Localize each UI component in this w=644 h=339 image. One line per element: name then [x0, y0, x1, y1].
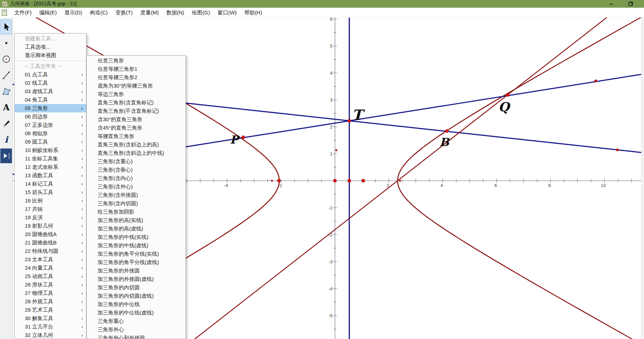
tool-folder-item[interactable]: 14 标记工具 › [15, 180, 86, 188]
triangle-tool-item[interactable]: 任意三角形 [87, 56, 186, 65]
menubar-item[interactable]: 度量(M) [136, 8, 163, 18]
custom-tool[interactable] [0, 148, 12, 163]
tool-menu-action[interactable]: 工具选项... [15, 43, 86, 51]
triangle-tool-item[interactable]: 任意等腰三角形1 [87, 65, 186, 73]
tool-folder-item[interactable]: 25 动画工具 › [15, 272, 86, 281]
point[interactable] [506, 93, 509, 96]
triangle-tool-item[interactable]: 三角形(含外接圆) [87, 191, 186, 199]
triangle-tool-item[interactable]: 给三角形加阴影 [87, 208, 186, 216]
tool-folder-item[interactable]: 15 箭头工具 › [15, 188, 86, 196]
tool-folder-item[interactable]: 12 老式坐标系 › [15, 163, 86, 171]
tool-folder-item[interactable]: 16 比例 › [15, 196, 86, 205]
menubar-item[interactable]: 帮助(H) [240, 8, 266, 18]
triangle-tool-item[interactable]: 加三角形的中线(虚线) [87, 241, 186, 250]
tool-folder-item[interactable]: 31 立几平台 › [15, 323, 86, 331]
minimize-button[interactable] [604, 0, 618, 8]
tool-folder-item[interactable]: 20 圆锥曲线A › [15, 230, 86, 238]
straightedge-tool[interactable] [0, 68, 12, 83]
point[interactable] [399, 180, 401, 182]
tool-folder-item[interactable]: 24 向量工具 › [15, 264, 86, 272]
point[interactable] [271, 180, 273, 182]
triangle-tool-item[interactable]: 三角形(含外心) [87, 182, 186, 191]
triangle-tool-item[interactable]: 加三角形的中线(实线) [87, 233, 186, 241]
tool-folder-item[interactable]: 19 射影几何 › [15, 222, 86, 230]
triangle-tool-item[interactable]: 等边三角形 [87, 90, 186, 98]
triangle-tool-item[interactable]: 三角形(含内心) [87, 174, 186, 182]
menubar-item[interactable]: 编辑(E) [35, 8, 61, 18]
tool-folder-item[interactable]: 26 滑块工具 › [15, 281, 86, 289]
triangle-tool-item[interactable]: 直角三角形(含斜边上的中线) [87, 149, 186, 157]
triangle-tool-item[interactable]: 含45°的直角三角形 [87, 124, 186, 132]
triangle-tool-item[interactable]: 任意等腰三角形2 [87, 73, 186, 82]
point[interactable] [348, 119, 351, 122]
tool-folder-item[interactable]: 08 相似形 › [15, 129, 86, 138]
triangle-tool-item[interactable]: 加三角形的内切圆 [87, 283, 186, 292]
triangle-tool-item[interactable]: 含30°的直角三角形 [87, 115, 186, 124]
tool-folder-item[interactable]: 13 函数工具 › [15, 171, 86, 180]
point[interactable] [616, 149, 619, 151]
menubar-item[interactable]: 文件(F) [10, 8, 35, 18]
triangle-tool-item[interactable]: 直角三角形(含斜边上的高) [87, 140, 186, 149]
triangle-tool-item[interactable]: 加三角形的角平分线(实线) [87, 250, 186, 258]
tool-folder-item[interactable]: 02 线工具 › [15, 79, 86, 87]
point[interactable] [362, 179, 365, 182]
triangle-tool-item[interactable]: 加三角形的外接圆(虚线) [87, 275, 186, 283]
tool-folder-item[interactable]: 01 点工具 › [15, 70, 86, 79]
point[interactable] [445, 129, 448, 132]
menubar-item[interactable]: 显示(D) [61, 8, 86, 18]
menubar-item[interactable]: 变换(T) [112, 8, 136, 18]
menubar-item[interactable]: 绘图(G) [188, 8, 214, 18]
triangle-tool-item[interactable]: 三角形(含内切圆) [87, 199, 186, 208]
tool-folder-item[interactable]: 06 四边形 › [15, 112, 86, 121]
triangle-tool-item[interactable]: 加三角形的内切圆(虚线) [87, 292, 186, 300]
point[interactable] [277, 179, 280, 182]
restore-button[interactable] [624, 0, 638, 8]
vertical-scrollbar[interactable] [641, 18, 644, 339]
triangle-tool-item[interactable]: 加三角形的高(虚线) [87, 224, 186, 233]
triangle-tool-item[interactable]: 加三角形的外接圆 [87, 267, 186, 275]
triangle-tool-item[interactable]: 三角形(含垂心) [87, 166, 186, 174]
triangle-tool-item[interactable]: 加三角形的中位线 [87, 300, 186, 309]
triangle-tool-item[interactable]: 加三角形的高(实线) [87, 216, 186, 224]
tool-folder-item[interactable]: 09 圆工具 › [15, 138, 86, 146]
tool-folder-item[interactable]: 27 物理工具 › [15, 289, 86, 297]
point[interactable] [595, 80, 597, 82]
tool-folder-item[interactable]: 10 蚂蚁坐标系 › [15, 146, 86, 154]
point[interactable] [241, 136, 245, 139]
marker-tool[interactable] [0, 116, 12, 131]
selection-arrow-tool[interactable] [0, 20, 12, 34]
triangle-tool-item[interactable]: 三角形重心 [87, 317, 186, 325]
tool-folder-item[interactable]: 18 反演 › [15, 213, 86, 222]
tool-folder-item[interactable]: 11 坐标工具集 › [15, 154, 86, 163]
tool-folder-item[interactable]: 32 立体几何 › [15, 331, 86, 339]
tool-menu-action[interactable]: 创建新工具... [15, 34, 86, 43]
tool-folder-item[interactable]: 30 解集工具 › [15, 314, 86, 323]
tool-folder-item[interactable]: 22 特殊线与圆 › [15, 247, 86, 255]
tool-folder-item[interactable]: 21 圆锥曲线B › [15, 238, 86, 247]
tool-menu-action[interactable]: 显示脚本视图 [15, 51, 86, 60]
menubar-item[interactable]: 窗口(W) [214, 8, 240, 18]
point[interactable] [348, 179, 351, 182]
tool-folder-item[interactable]: 07 正多边形 › [15, 121, 86, 129]
point[interactable] [333, 179, 336, 182]
triangle-tool-item[interactable]: 直角三角形(含直角标记) [87, 98, 186, 107]
tool-folder-item[interactable]: 29 艺术工具 › [15, 306, 86, 314]
tool-folder-item[interactable]: 05 三角形 › [15, 104, 86, 112]
triangle-tool-item[interactable]: 等腰直角三角形 [87, 132, 186, 140]
polygon-tool[interactable] [0, 84, 12, 99]
tool-folder-item[interactable]: 17 共轭 › [15, 205, 86, 213]
triangle-tool-item[interactable]: 加三角形的中位线(虚线) [87, 309, 186, 317]
menubar-item[interactable]: 构造(C) [86, 8, 112, 18]
information-tool[interactable]: i [0, 132, 12, 147]
tool-folder-item[interactable]: 04 角工具 › [15, 96, 86, 104]
triangle-tool-item[interactable]: 三角形(含重心) [87, 157, 186, 166]
point[interactable] [336, 150, 337, 151]
compass-tool[interactable] [0, 52, 12, 67]
text-tool[interactable]: A [0, 100, 12, 115]
tool-folder-item[interactable]: 23 文本工具 › [15, 255, 86, 264]
triangle-tool-item[interactable]: 加三角形的角平分线(虚线) [87, 258, 186, 267]
point-tool[interactable] [0, 36, 12, 50]
menubar-item[interactable]: 数据(N) [162, 8, 188, 18]
triangle-tool-item[interactable]: 三角形外心 [87, 325, 186, 334]
triangle-tool-item[interactable]: 三角形外心和外接圆 [87, 334, 186, 339]
